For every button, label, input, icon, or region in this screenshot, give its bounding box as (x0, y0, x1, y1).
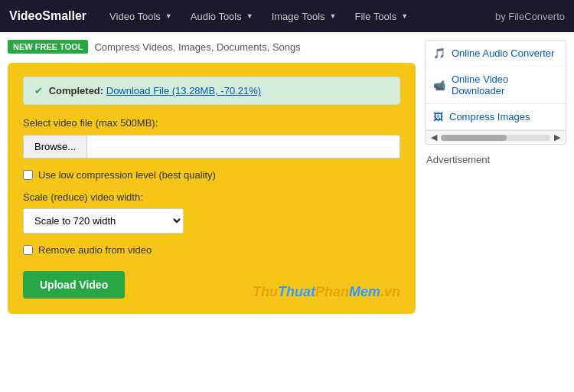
sidebar-scroll-area: 🎵 Online Audio Converter 📹 Online Video … (425, 40, 566, 145)
page-layout: NEW FREE TOOL Compress Videos, Images, D… (0, 32, 574, 322)
navbar: VideoSmaller Video Tools ▼ Audio Tools ▼… (0, 0, 574, 32)
scale-label: Scale (reduce) video width: (23, 191, 400, 203)
sidebar-item-compress-images[interactable]: 🖼 Compress Images (426, 104, 566, 130)
nav-file-tools[interactable]: File Tools ▼ (345, 0, 417, 32)
sidebar-item-video-downloader[interactable]: 📹 Online Video Downloader (426, 67, 566, 104)
advertisement-label: Advertisement (425, 154, 566, 165)
file-section-label: Select video file (max 500MB): (23, 117, 400, 129)
sidebar-scrollbar: ◀ ▶ (426, 130, 566, 144)
watermark-part5: .vn (380, 284, 400, 299)
yellow-card: ✔ Completed: Download File (13.28MB, -70… (8, 63, 416, 314)
chevron-down-icon: ▼ (330, 12, 337, 20)
file-input-row: Browse... (23, 135, 400, 158)
browse-button[interactable]: Browse... (24, 136, 87, 158)
image-icon: 🖼 (433, 111, 443, 122)
low-compression-checkbox[interactable] (23, 170, 33, 180)
download-link[interactable]: Download File (13.28MB, -70.21%) (106, 85, 261, 96)
watermark: ThuThuatPhanMem.vn (253, 284, 400, 300)
remove-audio-label: Remove audio from video (38, 244, 152, 256)
brand-logo[interactable]: VideoSmaller (9, 9, 86, 23)
remove-audio-checkbox[interactable] (23, 245, 33, 255)
sidebar-item-audio-converter[interactable]: 🎵 Online Audio Converter (426, 41, 566, 67)
watermark-part2: Thuat (278, 284, 315, 299)
completed-label: Completed: (49, 85, 104, 96)
sidebar-item-label-images: Compress Images (449, 111, 530, 122)
nav-audio-tools[interactable]: Audio Tools ▼ (181, 0, 263, 32)
scale-select-wrap: Scale to 720 width Scale to 1080 width S… (23, 208, 400, 234)
nav-video-tools[interactable]: Video Tools ▼ (100, 0, 181, 32)
main-content: NEW FREE TOOL Compress Videos, Images, D… (8, 40, 416, 314)
scroll-right-icon[interactable]: ▶ (552, 132, 563, 142)
low-compression-row: Use low compression level (best quality) (23, 169, 400, 181)
video-icon: 📹 (433, 80, 445, 91)
watermark-part4: Mem (349, 284, 380, 299)
sidebar-item-label-video: Online Video Downloader (452, 74, 558, 96)
scale-select[interactable]: Scale to 720 width Scale to 1080 width S… (23, 208, 184, 234)
scroll-track (441, 135, 550, 141)
completed-box: ✔ Completed: Download File (13.28MB, -70… (23, 77, 400, 105)
promo-text: Compress Videos, Images, Documents, Song… (94, 41, 300, 53)
new-free-badge: NEW FREE TOOL (8, 40, 88, 54)
by-fileconverto: by FileConverto (495, 11, 565, 22)
sidebar-item-label-audio: Online Audio Converter (452, 47, 554, 59)
upload-button[interactable]: Upload Video (23, 271, 125, 299)
scroll-left-icon[interactable]: ◀ (429, 132, 439, 142)
chevron-down-icon: ▼ (401, 12, 408, 20)
scroll-thumb (441, 135, 507, 141)
chevron-down-icon: ▼ (165, 12, 172, 20)
nav-items: Video Tools ▼ Audio Tools ▼ Image Tools … (100, 0, 565, 32)
watermark-part3: Phan (315, 284, 349, 299)
low-compression-label: Use low compression level (best quality) (38, 169, 216, 181)
sidebar: 🎵 Online Audio Converter 📹 Online Video … (425, 40, 566, 314)
watermark-part1: Thu (253, 284, 278, 299)
nav-image-tools[interactable]: Image Tools ▼ (263, 0, 346, 32)
promo-bar: NEW FREE TOOL Compress Videos, Images, D… (8, 40, 416, 54)
music-icon: 🎵 (433, 47, 445, 59)
file-name-display (87, 142, 400, 152)
chevron-down-icon: ▼ (246, 12, 253, 20)
checkmark-icon: ✔ (34, 85, 43, 96)
remove-audio-row: Remove audio from video (23, 244, 400, 256)
